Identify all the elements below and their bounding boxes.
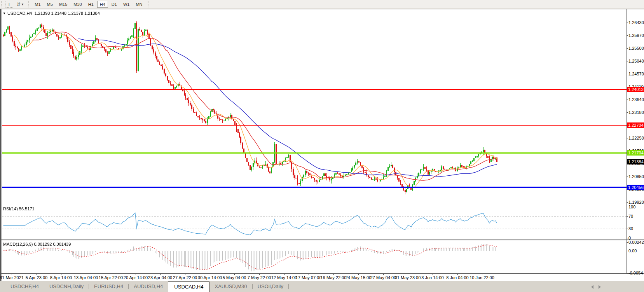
rsi-separator[interactable] (0, 204, 644, 204)
chart-title[interactable]: ▼USDCAD,H4 1.21398 1.21448 1.21378 1.213… (3, 11, 100, 16)
macd-axis-tick (627, 251, 628, 251)
price-tick-label: 1.22250 (628, 136, 644, 140)
time-axis-tick (358, 274, 359, 275)
timeframe-button-d1[interactable]: D1 (109, 1, 120, 8)
toolbar: T ⇵ ▾ M1M5M15M30H1H4D1W1MN (0, 0, 644, 9)
sort-tool-button[interactable]: ⇵ ▾ (14, 1, 26, 8)
macd-axis-tick (627, 273, 628, 273)
price-tick-mark (627, 112, 628, 113)
toolbar-separator (28, 1, 30, 7)
timeframe-button-h1[interactable]: H1 (86, 1, 96, 8)
price-tick-label: 1.25040 (628, 59, 644, 63)
timeframe-button-m15[interactable]: M15 (56, 1, 70, 8)
rsi-axis-tick (627, 238, 628, 238)
price-level-line-1.24013[interactable] (2, 89, 627, 90)
toolbar-separator (148, 1, 149, 7)
tab-scroll-left-icon[interactable] (591, 285, 593, 289)
timeframe-button-h4[interactable]: H4 (97, 1, 108, 8)
macd-values: 0.001292 0.001439 (34, 242, 71, 247)
price-level-line-1.21704[interactable] (2, 152, 627, 154)
time-axis-tick (259, 274, 260, 275)
price-tick-mark (627, 74, 628, 74)
price-tick-mark (627, 61, 628, 61)
tab-scroll-right-icon[interactable] (599, 285, 601, 289)
price-tick-mark (627, 35, 628, 36)
timeframe-button-m1[interactable]: M1 (32, 1, 43, 8)
chart-tab-usdcad[interactable]: USDCAD,H4 (168, 282, 209, 292)
macd-axis-label: 0.002429 (628, 240, 644, 245)
time-axis-tick (383, 274, 384, 275)
timeframe-button-mn[interactable]: MN (133, 1, 145, 8)
text-tool-button[interactable]: T (5, 1, 13, 8)
timeframe-button-w1[interactable]: W1 (120, 1, 133, 8)
chart-tab-bar: USDCHF,H4USDCNH,DailyEURUSD,H4AUDUSD,H4U… (0, 281, 644, 292)
time-axis-tick (457, 274, 458, 275)
price-tick-mark (627, 23, 628, 23)
chart-quote-text: 1.21398 1.21448 1.21378 1.21384 (35, 11, 100, 16)
macd-indicator-canvas[interactable] (2, 241, 627, 273)
price-level-badge: 1.24013 (627, 87, 644, 92)
chevron-down-icon: ▾ (22, 2, 24, 6)
time-axis-tick (160, 274, 161, 275)
timeframe-button-m5[interactable]: M5 (44, 1, 56, 8)
toolbar-grip[interactable] (1, 1, 3, 7)
current-price-line (2, 162, 627, 162)
macd-label: MACD(12,26,9) 0.001292 0.001439 (3, 242, 71, 247)
price-level-line-1.22704[interactable] (2, 125, 627, 126)
timeframe-button-m30[interactable]: M30 (71, 1, 84, 8)
rsi-indicator-canvas[interactable] (2, 205, 627, 240)
time-axis-tick (433, 274, 433, 275)
price-tick-label: 1.26430 (628, 20, 644, 25)
price-axis-line (627, 9, 627, 273)
price-tick-label: 1.20850 (628, 174, 644, 179)
time-axis-tick (482, 274, 482, 275)
price-tick-mark (627, 138, 628, 138)
macd-separator[interactable] (0, 240, 644, 240)
sort-icon: ⇵ (17, 2, 21, 6)
time-axis-tick (37, 274, 37, 275)
macd-axis-label: -0.0054 (628, 271, 643, 275)
chart-dropdown-icon[interactable]: ▼ (3, 12, 6, 15)
time-axis-label: 10 Jun 22:00 (466, 275, 498, 280)
rsi-name: RSI(14) (3, 206, 18, 211)
price-chart-canvas[interactable] (2, 9, 627, 204)
time-axis-line (0, 273, 644, 274)
time-axis-tick (111, 274, 111, 275)
time-axis-tick (12, 274, 12, 275)
rsi-axis-tick (627, 216, 628, 217)
rsi-axis-label: 30 (628, 226, 633, 231)
tabbar-active-edge (209, 282, 644, 282)
macd-name: MACD(12,26,9) (3, 242, 33, 247)
price-tick-mark (627, 100, 628, 100)
rsi-value: 56.5171 (19, 206, 35, 211)
rsi-axis-tick (627, 229, 628, 229)
chart-tab-audusd[interactable]: AUDUSD,H4 (129, 282, 168, 292)
rsi-axis-tick (627, 207, 628, 207)
price-level-line-1.20456[interactable] (2, 187, 627, 188)
current-price-badge: 1.21384 (627, 159, 644, 164)
macd-axis-tick (627, 242, 628, 243)
price-tick-label: 1.25500 (628, 46, 644, 51)
chart-tab-eurusd[interactable]: EURUSD,H4 (89, 282, 128, 292)
chart-tab-usoil[interactable]: USOil,Daily (253, 282, 288, 292)
time-axis-tick (185, 274, 185, 275)
chart-tab-xauusd[interactable]: XAUUSD,M30 (209, 282, 252, 292)
rsi-axis-label: 70 (628, 214, 633, 219)
rsi-axis-label: 100 (628, 205, 635, 209)
price-tick-label: 1.19920 (628, 200, 644, 205)
time-axis-tick (136, 274, 136, 275)
time-axis-tick (309, 274, 309, 275)
timeframe-bar: M1M5M15M30H1H4D1W1MN (31, 1, 145, 8)
time-axis-tick (284, 274, 284, 275)
price-tick-mark (627, 202, 628, 203)
chart-tab-usdcnh[interactable]: USDCNH,Daily (44, 282, 89, 292)
time-axis-tick (210, 274, 210, 275)
time-axis-tick (333, 274, 334, 275)
mt4-window: T ⇵ ▾ M1M5M15M30H1H4D1W1MN ▼USDCAD,H4 1.… (0, 0, 644, 292)
price-level-badge: 1.21704 (627, 150, 644, 156)
price-tick-mark (627, 177, 628, 177)
price-tick-mark (627, 48, 628, 49)
time-axis-tick (86, 274, 86, 275)
tab-separator (288, 284, 289, 289)
chart-tab-usdchf[interactable]: USDCHF,H4 (5, 282, 44, 292)
